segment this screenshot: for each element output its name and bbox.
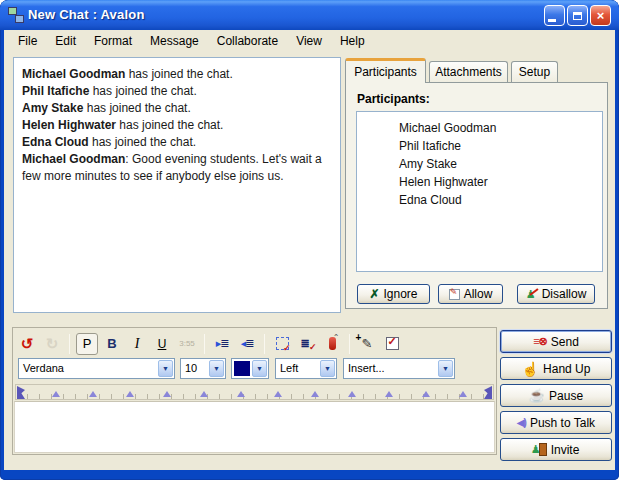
menu-format[interactable]: Format [85,31,141,51]
speaker-icon: ◀) [517,417,526,428]
app-icon-figure-2 [15,15,24,23]
add-annotation-button[interactable]: +✎ [356,333,378,355]
ruler-tab-stop[interactable] [163,391,171,397]
underline-button[interactable]: U [151,333,173,355]
indent-button[interactable]: ▸≣ [211,333,233,355]
timestamp-toggle-button[interactable]: 3:55 [176,333,198,355]
clear-marker-button[interactable]: ⌃ [321,333,343,355]
close-button[interactable]: × [590,5,611,26]
participant-row[interactable]: Edna Cloud [357,191,602,209]
participants-list[interactable]: Michael Goodman Phil Itafiche Amy Stake … [356,111,603,272]
font-family-value: Verdana [23,362,64,374]
ruler-tab-stop[interactable] [200,391,208,397]
ruler-tab-stop[interactable] [348,391,356,397]
font-size-dropdown-arrow[interactable]: ▼ [209,360,224,377]
ruler-tab-stop[interactable] [459,391,467,397]
allow-pencil-glyph: ✎ [450,287,458,297]
chat-message: Phil Itafiche has joined the chat. [22,83,332,100]
hand-up-button[interactable]: ☝ Hand Up [500,357,612,380]
alignment-select[interactable]: Left ▼ [275,358,337,379]
title-bar[interactable]: New Chat : Avalon × [0,0,619,30]
menu-edit[interactable]: Edit [46,31,85,51]
message-text: has joined the chat. [116,118,223,132]
ruler-tab-stop[interactable] [237,391,245,397]
menu-collaborate[interactable]: Collaborate [208,31,287,51]
confirm-checkbox-button[interactable]: ✓ [381,333,403,355]
participant-row[interactable]: Michael Goodman [357,119,602,137]
indent-lines: ≣ [220,337,228,349]
send-button[interactable]: ≡⊗ Send [500,330,612,353]
ignore-label: Ignore [384,287,418,301]
ignore-button[interactable]: ✗ Ignore [357,284,430,304]
maximize-button[interactable] [567,5,588,26]
window-title: New Chat : Avalon [28,7,145,22]
participant-row[interactable]: Amy Stake [357,155,602,173]
pause-button[interactable]: ☕ Pause [500,384,612,407]
insert-dropdown-arrow[interactable]: ▼ [438,360,453,377]
disallow-label: Disallow [542,287,587,301]
ruler-left-indent-marker[interactable] [17,386,25,399]
tab-attachments[interactable]: Attachments [429,61,508,82]
sender-name: Edna Cloud [22,135,89,149]
ruler-tab-stop[interactable] [422,391,430,397]
menu-help[interactable]: Help [331,31,374,51]
font-family-dropdown-arrow[interactable]: ▼ [158,360,173,377]
push-to-talk-button[interactable]: ◀) Push to Talk [500,411,612,434]
allow-label: Allow [464,287,493,301]
disallow-button[interactable]: ♟ Disallow [517,284,595,304]
font-family-select[interactable]: Verdana ▼ [18,358,175,379]
menu-view[interactable]: View [287,31,331,51]
menu-file[interactable]: File [9,31,46,51]
outdent-icon: ◂≣ [241,337,254,350]
disallow-icon: ♟ [526,288,538,301]
push-to-talk-label: Push to Talk [530,416,595,430]
annotation-pencil: ✎ [362,336,373,351]
minimize-button[interactable] [544,5,565,26]
insert-select[interactable]: Insert... ▼ [343,358,455,379]
redo-icon: ↻ [46,335,59,353]
italic-button[interactable]: I [126,333,148,355]
tab-setup[interactable]: Setup [511,61,558,82]
marker-ticks: ⌃ [333,333,340,342]
menu-message[interactable]: Message [141,31,208,51]
sender-name: Phil Itafiche [22,84,89,98]
ruler-tab-stop[interactable] [89,391,97,397]
ruler-tab-stop[interactable] [274,391,282,397]
bold-button[interactable]: B [101,333,123,355]
ignore-icon: ✗ [369,287,379,301]
timestamp-icon: 3:55 [179,339,195,348]
allow-button[interactable]: ✎ Allow [438,284,503,304]
redo-button[interactable]: ↻ [41,333,63,355]
chat-transcript[interactable]: Michael Goodman has joined the chat. Phi… [13,57,341,313]
font-color-select[interactable]: ▼ [231,358,269,379]
font-size-select[interactable]: 10 ▼ [180,358,226,379]
alignment-value: Left [280,362,298,374]
participants-label: Participants: [357,92,430,106]
alignment-dropdown-arrow[interactable]: ▼ [320,360,335,377]
minimize-icon [548,19,556,22]
font-size-value: 10 [185,362,197,374]
invite-button[interactable]: ♟ Invite [500,438,612,461]
sender-name: Michael Goodman [22,67,125,81]
ruler-tab-stop[interactable] [385,391,393,397]
participant-row[interactable]: Phil Itafiche [357,137,602,155]
message-input[interactable] [14,401,495,453]
formatting-toolbar: ↺ ↻ P B I U 3:55 ▸≣ ◂≣ ✓ ≣✓ ⌃ +✎ ✓ [16,331,494,356]
chat-message: Edna Cloud has joined the chat. [22,134,332,151]
ruler[interactable] [15,384,494,400]
ruler-tab-stop[interactable] [52,391,60,397]
font-color-dropdown-arrow[interactable]: ▼ [252,360,267,377]
participant-row[interactable]: Helen Highwater [357,173,602,191]
italic-icon: I [135,336,140,352]
ruler-tab-stop[interactable] [311,391,319,397]
select-all-messages-button[interactable]: ≣✓ [296,333,318,355]
chat-app-icon [8,7,25,24]
ruler-tab-stop[interactable] [126,391,134,397]
send-icon: ≡⊗ [533,335,547,348]
plain-style-button[interactable]: P [76,333,98,355]
undo-button[interactable]: ↺ [16,333,38,355]
ruler-right-indent-marker[interactable] [484,386,492,399]
tab-participants[interactable]: Participants [345,58,426,83]
outdent-button[interactable]: ◂≣ [236,333,258,355]
select-messages-button[interactable]: ✓ [271,333,293,355]
